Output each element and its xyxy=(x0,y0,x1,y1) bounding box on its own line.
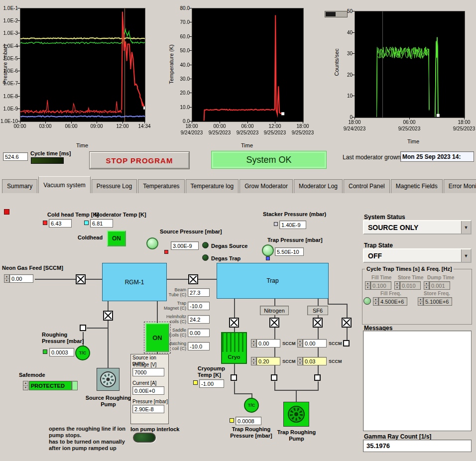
tick-label: 18:00 xyxy=(289,123,317,129)
tab-bar: Summary Vacuum system Pressure Log Tempe… xyxy=(0,175,476,193)
store-time-stepper[interactable]: ▲▼ xyxy=(394,281,400,290)
dump-time-stepper[interactable]: ▲▼ xyxy=(424,281,429,290)
safemode-selector[interactable]: PROTECTED xyxy=(29,381,72,390)
tick-mark xyxy=(17,8,20,8)
roughing-note: opens the roughing line if ion pump stop… xyxy=(49,426,125,452)
tab-vacuum-system[interactable]: Vacuum system xyxy=(38,176,90,193)
fill-freq-label: Fill Freq. xyxy=(380,291,401,296)
tab-moderator-log[interactable]: Moderator Log xyxy=(294,179,343,193)
tick-mark xyxy=(409,117,410,119)
tick-mark xyxy=(189,107,192,108)
sf6-flow-unit: SCCM xyxy=(329,341,342,346)
cycle-time-bar xyxy=(31,157,64,164)
nitrogen-selector[interactable]: Nitrogen xyxy=(260,306,289,315)
chevron-down-icon[interactable]: ▼ xyxy=(461,249,471,262)
system-status-dropdown[interactable]: SOURCE ONLY▼ xyxy=(363,220,472,234)
cycle-time-label: Cycle time [ms] xyxy=(30,150,71,156)
trap-magnet-value: -10.0 xyxy=(188,302,210,310)
fill-freq-input[interactable]: 4.500E+6 xyxy=(378,297,407,306)
tick-label: 9/24/2023 xyxy=(176,130,208,135)
chevron-down-icon[interactable]: ▼ xyxy=(461,221,471,233)
tick-mark xyxy=(17,20,20,21)
neon-feed-stepper[interactable]: ▲▼ xyxy=(4,274,9,283)
tick-label: 20 xyxy=(332,72,353,78)
roughing-line-valve-button[interactable]: ON xyxy=(145,323,169,352)
tick-label: 20.0 xyxy=(169,90,190,96)
app-window: Pressure (mbar) Time Temperature (K) Tim… xyxy=(0,0,476,461)
n2-setpoint-input[interactable]: 0.20 xyxy=(256,357,280,365)
coldhead-on-button[interactable]: ON xyxy=(107,230,126,246)
cryopump-temp-led xyxy=(193,380,198,385)
pipe-junction xyxy=(80,325,86,331)
fill-time-input[interactable]: 0.100 xyxy=(370,281,391,290)
tab-temperatures[interactable]: Temperatures xyxy=(138,179,184,193)
sf6-selector[interactable]: SF6 xyxy=(307,306,328,315)
tick-label: 06:00 xyxy=(57,123,85,129)
tick-label: 40 xyxy=(332,30,353,35)
degas-source-led[interactable] xyxy=(202,242,209,248)
tick-label: 03:00 xyxy=(31,123,59,129)
tab-temperature-log[interactable]: Temperature log xyxy=(186,179,239,193)
tab-grow-moderator[interactable]: Grow Moderator xyxy=(239,179,293,193)
roughing-pressure-led xyxy=(43,349,47,354)
ion-pump-current-label: Current [A] xyxy=(132,380,156,386)
ion-pump-interlock-label: Ion pump interlock xyxy=(130,426,179,432)
tick-label: 9/25/2023 xyxy=(259,130,291,135)
stop-program-button[interactable]: STOP PROGRAM xyxy=(90,152,189,169)
tick-mark xyxy=(352,32,355,33)
safemode-stepper[interactable]: ▲▼ xyxy=(23,381,28,390)
n2-setpoint-stepper[interactable]: ▲▼ xyxy=(251,357,256,365)
degas-trap-led[interactable] xyxy=(202,254,209,261)
tick-mark xyxy=(220,121,220,123)
sf6-flow-stepper[interactable]: ▲▼ xyxy=(297,339,303,347)
stacker-pressure-value: 1.40E-9 xyxy=(279,221,306,229)
tab-magnetic-fields[interactable]: Magnetic Fields xyxy=(391,179,443,193)
cold-head-temp-label: Cold head Temp [K] xyxy=(47,212,99,218)
trap-pressure-indicator xyxy=(262,244,274,256)
tick-label: 18:00 xyxy=(341,119,368,125)
store-freq-input[interactable]: 5.100E+6 xyxy=(423,297,452,306)
tick-label: 1.0E-4 xyxy=(0,43,18,49)
fill-freq-stepper[interactable]: ▲▼ xyxy=(373,297,378,306)
source-roughing-pump-icon xyxy=(97,368,119,391)
store-time-input[interactable]: 0.010 xyxy=(400,281,421,290)
ion-pump-interlock-led[interactable] xyxy=(133,433,156,443)
pipe xyxy=(274,299,275,306)
sf6-setpoint-stepper[interactable]: ▲▼ xyxy=(297,357,303,365)
pipe-junction xyxy=(271,374,277,381)
tick-mark xyxy=(20,121,20,123)
tick-mark xyxy=(45,121,46,123)
tick-label: 1.0E-9 xyxy=(0,106,18,112)
source-pressure-value: 3.00E-9 xyxy=(171,241,199,250)
tick-mark xyxy=(189,50,192,51)
tab-pressure-log[interactable]: Pressure Log xyxy=(92,179,137,193)
roughing-pressure-label-1: Roughing xyxy=(42,332,67,338)
tab-summary[interactable]: Summary xyxy=(2,179,37,193)
tick-mark xyxy=(17,46,20,46)
n2-flow-value[interactable]: 0.00 xyxy=(256,339,280,347)
trap-pressure-value: 5.50E-10 xyxy=(275,247,304,256)
tab-error-monitor[interactable]: Error Monitor xyxy=(444,179,476,193)
matching-coil-value: -10.0 xyxy=(188,342,210,350)
valve-icon xyxy=(103,311,113,321)
pipe xyxy=(108,321,109,369)
n2-flow-stepper[interactable]: ▲▼ xyxy=(251,339,256,347)
trap-state-dropdown[interactable]: OFF▼ xyxy=(363,248,472,263)
tick-label: 9/25/2023 xyxy=(287,130,319,135)
neon-feed-input[interactable]: 0.00 xyxy=(9,274,33,283)
fill-time-stepper[interactable]: ▲▼ xyxy=(365,281,370,290)
trap-roughing-led xyxy=(230,418,234,423)
cryopump-hatch xyxy=(222,333,246,352)
store-freq-stepper[interactable]: ▲▼ xyxy=(418,297,423,306)
ion-pump-voltage-label: Voltage [V] xyxy=(132,362,156,367)
sf6-setpoint-input[interactable]: 0.03 xyxy=(303,357,327,365)
dump-time-input[interactable]: 0.001 xyxy=(429,281,450,290)
valve-icon xyxy=(188,274,198,284)
tab-control-panel[interactable]: Control Panel xyxy=(344,179,390,193)
ion-pump-pressure-value: 2.90E-8 xyxy=(132,405,164,413)
sf6-flow-value[interactable]: 0.00 xyxy=(303,339,327,347)
freq-status-led xyxy=(363,297,371,305)
cryopump-temp-value: -1.00 xyxy=(199,379,224,388)
pipe xyxy=(296,391,297,402)
counts-x-axis-title: Time xyxy=(398,138,428,144)
